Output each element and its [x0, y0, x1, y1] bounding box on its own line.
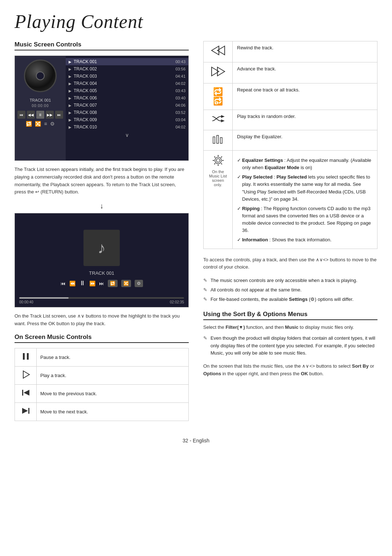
track-list-description: The Track List screen appears initially,…: [15, 166, 189, 196]
track-time: 04:41: [175, 74, 185, 78]
track-time: 03:56: [175, 67, 185, 71]
track-item-001[interactable]: ▶ TRACK 001 00:43: [66, 58, 188, 65]
shuffle-icon-cell: [204, 110, 233, 130]
note-item-1: The music screen controls are only acces…: [203, 277, 377, 284]
now-playing-panel: ♪ TRACK 001 ⏮ ⏪ ⏸ ⏩ ⏭ 🔁 🔀 ⚙ 00:00:40 02:…: [15, 213, 189, 307]
progress-current: 00:00:40: [19, 300, 33, 304]
icon-controls-table: Rewind the track. Advance the track. 🔁 🔂: [203, 41, 377, 249]
using-sort-description: Select the Filter(▼) function, and then …: [203, 324, 377, 331]
playback-controls: ⏮ ◀◀ ⏸ ▶▶ ⏭: [17, 111, 63, 119]
svg-marker-6: [22, 408, 28, 414]
track-time: 00:43: [175, 60, 185, 64]
play-description: Play a track.: [37, 366, 189, 384]
shuffle-btn[interactable]: 🔀: [35, 121, 41, 127]
fast-forward-button[interactable]: ▶▶: [46, 111, 54, 119]
track-icon: ▶: [69, 67, 72, 71]
pause-description: Pause a track.: [37, 348, 189, 366]
track-item-004[interactable]: ▶ TRACK 004 04:02: [66, 80, 188, 87]
album-art-panel: TRACK 001 00:00:00 ⏮ ◀◀ ⏸ ▶▶ ⏭ 🔁 🔀 ≡ ⚙: [15, 56, 66, 160]
track-item-003[interactable]: ▶ TRACK 003 04:41: [66, 73, 188, 80]
track-name: TRACK 002: [74, 66, 175, 71]
track-icon: ▶: [69, 103, 72, 107]
table-row-advance: Advance the track.: [204, 62, 377, 83]
np-settings-icon: ⚙: [135, 280, 143, 287]
svg-point-16: [216, 159, 220, 162]
track-icon: ▶: [69, 118, 72, 122]
pause-button-small[interactable]: ⏸: [36, 111, 44, 119]
track-item-007[interactable]: ▶ TRACK 007 04:06: [66, 102, 188, 109]
progress-bar-bg: [19, 297, 184, 299]
track-item-002[interactable]: ▶ TRACK 002 03:56: [66, 65, 188, 73]
np-track-label: TRACK 001: [89, 270, 114, 276]
track-time: 03:04: [175, 118, 185, 122]
prev-description: Move to the previous track.: [37, 384, 189, 402]
svg-rect-13: [213, 137, 215, 143]
repeat-description: Repeat one track or all tracks.: [233, 83, 377, 110]
on-screen-controls-table: Pause a track. Play a track.: [15, 348, 189, 421]
track-list: ▶ TRACK 001 00:43 ▶ TRACK 002 03:56 ▶ TR…: [66, 56, 188, 160]
repeat-icon-cell: 🔁 🔂: [204, 83, 233, 110]
using-sort-note: Even though the product will display fol…: [203, 335, 377, 356]
np-pause-button[interactable]: ⏸: [79, 279, 86, 287]
access-description: To access the controls, play a track, an…: [203, 256, 377, 271]
using-sort-title: Using the Sort By & Options Menus: [203, 311, 377, 320]
advance-description: Advance the track.: [233, 62, 377, 83]
track-icon: ▶: [69, 74, 72, 78]
svg-point-17: [215, 157, 221, 164]
skip-next-button[interactable]: ⏭: [55, 111, 63, 119]
on-screen-controls-title: On Screen Music Controls: [15, 334, 189, 343]
track-name: TRACK 007: [74, 103, 175, 108]
play-icon-cell: [15, 366, 37, 384]
next-description: Move to the next track.: [37, 402, 189, 421]
np-controls-row: ⏮ ⏪ ⏸ ⏩ ⏭ 🔁 🔀 ⚙: [61, 279, 143, 287]
track-time: 03:52: [175, 110, 185, 115]
np-rewind-button[interactable]: ⏪: [69, 281, 75, 286]
np-fast-forward-button[interactable]: ⏩: [89, 281, 95, 286]
table-row-settings: On theMusic Listscreen only. Equalizer S…: [204, 151, 377, 249]
repeat-btn[interactable]: 🔁: [26, 121, 32, 127]
np-skip-prev-button[interactable]: ⏮: [61, 281, 66, 286]
progress-total: 02:02:35: [170, 300, 184, 304]
track-icon: ▶: [69, 89, 72, 93]
track-icon: ▶: [69, 82, 72, 86]
using-sort-notes: Even though the product will display fol…: [203, 335, 377, 356]
settings-btn[interactable]: ⚙: [50, 121, 55, 127]
track-item-009[interactable]: ▶ TRACK 009 03:04: [66, 116, 188, 123]
track-name: TRACK 006: [74, 95, 175, 101]
track-time: 04:06: [175, 103, 185, 107]
time-display: 00:00:00: [32, 104, 49, 108]
progress-bar-container: 00:00:40 02:02:35: [15, 294, 188, 307]
eq-btn[interactable]: ≡: [44, 121, 47, 127]
np-repeat-icon: 🔁: [108, 280, 118, 287]
note-item-2: All controls do not appear at the same t…: [203, 286, 377, 294]
track-name: TRACK 005: [74, 88, 175, 93]
table-row: Move to the next track.: [15, 402, 189, 421]
np-shuffle-icon: 🔀: [121, 280, 131, 287]
track-name: TRACK 001: [74, 59, 175, 64]
skip-prev-button[interactable]: ⏮: [17, 111, 25, 119]
arrow-down: ↓: [15, 202, 189, 210]
cd-disc: [24, 60, 57, 92]
rewind-description: Rewind the track.: [233, 41, 377, 62]
svg-marker-11: [221, 115, 225, 118]
notes-list: The music screen controls are only acces…: [203, 277, 377, 303]
svg-rect-0: [23, 353, 25, 360]
settings-description: Equalizer Settings : Adjust the equalize…: [233, 151, 377, 249]
np-skip-next-button[interactable]: ⏭: [99, 281, 104, 286]
track-name: TRACK 004: [74, 81, 175, 86]
track-item-006[interactable]: ▶ TRACK 006 03:40: [66, 94, 188, 102]
svg-rect-14: [217, 135, 219, 143]
svg-marker-2: [23, 371, 29, 378]
track-item-008[interactable]: ▶ TRACK 008 03:52: [66, 109, 188, 116]
advance-icon-cell: [204, 62, 233, 83]
rewind-button[interactable]: ◀◀: [27, 111, 35, 119]
table-row: Move to the previous track.: [15, 384, 189, 402]
track-item-010[interactable]: ▶ TRACK 010 04:02: [66, 123, 188, 131]
track-name: TRACK 008: [74, 110, 175, 115]
music-note-art: ♪: [83, 230, 120, 266]
music-list-label: On theMusic Listscreen only.: [208, 169, 228, 187]
svg-rect-1: [27, 353, 29, 360]
now-playing-label: TRACK 001: [30, 98, 51, 102]
track-item-005[interactable]: ▶ TRACK 005 03:43: [66, 87, 188, 94]
note-item-3: For file-based contents, the available S…: [203, 296, 377, 303]
